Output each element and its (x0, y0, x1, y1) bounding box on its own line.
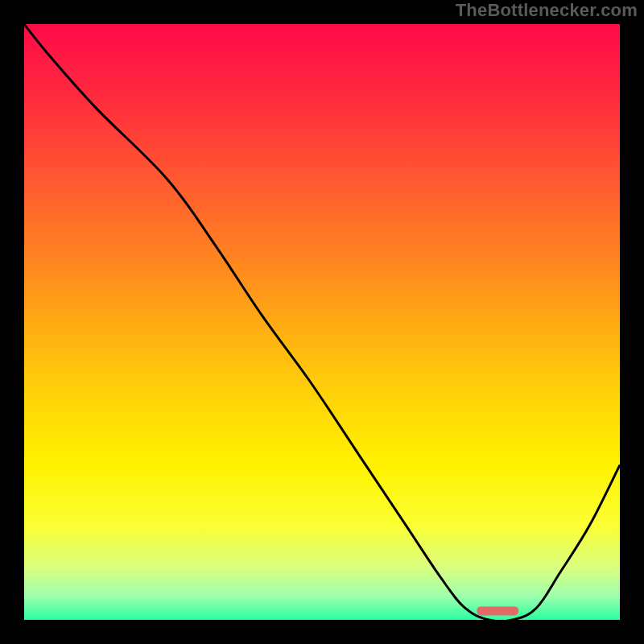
optimal-marker (477, 606, 518, 615)
chart-svg (24, 24, 620, 620)
bottleneck-chart (24, 24, 620, 620)
attribution-text: TheBottlenecker.com (456, 0, 638, 21)
gradient-background (24, 24, 620, 620)
